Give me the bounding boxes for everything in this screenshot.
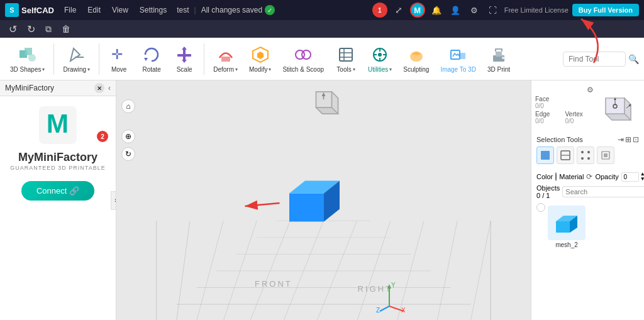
svg-text:M: M xyxy=(47,109,69,138)
material-icon: ⟳ xyxy=(586,172,592,181)
object-radio[interactable] xyxy=(536,203,545,212)
tool-drawing[interactable]: Drawing ▾ xyxy=(58,40,95,78)
objects-search-input[interactable] xyxy=(562,186,644,197)
object-thumbnail xyxy=(548,206,586,240)
right-icons: 1 ⤢ M 🔔 👤 ⚙ ⛶ Free Limited License Buy F… xyxy=(372,3,639,18)
nav-cube-right-panel[interactable] xyxy=(596,86,640,131)
svg-rect-15 xyxy=(340,48,352,61)
buy-full-version-button[interactable]: Buy Full Version xyxy=(572,4,639,16)
svg-marker-54 xyxy=(289,193,324,221)
menu-edit[interactable]: Edit xyxy=(82,4,106,16)
svg-point-2 xyxy=(28,54,36,62)
tool-tools[interactable]: Tools ▾ xyxy=(330,40,362,78)
all-select-button[interactable] xyxy=(597,146,614,164)
svg-point-79 xyxy=(581,157,584,160)
mmf-logo: M xyxy=(39,106,77,146)
opacity-control: ▲ ▼ xyxy=(621,172,644,182)
svg-rect-25 xyxy=(496,52,502,57)
svg-text:Z: Z xyxy=(376,307,380,312)
mmf-connect-button[interactable]: Connect 🔗 xyxy=(21,181,94,201)
color-material-row: Color Material ⟳ Opacity ▲ ▼ xyxy=(534,170,641,183)
panel-close-button[interactable]: ✕ xyxy=(94,83,104,93)
color-picker[interactable] xyxy=(555,172,557,181)
tool-3d-print[interactable]: 3D Print xyxy=(482,40,515,78)
svg-text:X: X xyxy=(401,307,405,312)
rotate-icon xyxy=(142,45,162,65)
sel-icon-1[interactable]: ⇥ xyxy=(618,135,624,144)
save-check-icon: ✓ xyxy=(265,5,275,15)
svg-line-60 xyxy=(380,306,389,311)
selection-tools-header: Selection Tools ⇥ ⊞ ⊡ xyxy=(534,134,641,145)
svg-rect-23 xyxy=(459,53,465,59)
sel-icon-3[interactable]: ⊡ xyxy=(633,135,639,144)
tool-stitch-scoop[interactable]: Stitch & Scoop xyxy=(277,40,329,78)
left-panel-header: MyMiniFactory ✕ ‹ xyxy=(0,80,116,96)
modify-icon xyxy=(250,45,270,65)
user-icon[interactable]: 👤 xyxy=(448,3,463,18)
notification-badge[interactable]: 1 xyxy=(372,3,387,18)
settings-icon[interactable]: ⚙ xyxy=(467,3,482,18)
svg-marker-82 xyxy=(556,221,570,233)
main-layout: MyMiniFactory ✕ ‹ M MyMiniFactory GUARAN… xyxy=(0,80,644,320)
panel-collapse-arrow[interactable]: › xyxy=(111,191,116,210)
bell-icon[interactable]: 🔔 xyxy=(429,3,444,18)
share-icon[interactable]: ⤢ xyxy=(391,3,406,18)
face-section: Face 0/0 xyxy=(535,96,594,109)
tool-scale[interactable]: Scale xyxy=(169,40,200,78)
tool-utilities[interactable]: Utilities ▾ xyxy=(363,40,397,78)
tool-sculpting[interactable]: Sculpting xyxy=(398,40,434,78)
svg-rect-74 xyxy=(541,151,550,160)
deform-icon xyxy=(216,45,236,65)
menu-file[interactable]: File xyxy=(59,4,81,16)
find-tool-input[interactable] xyxy=(563,52,626,67)
svg-marker-12 xyxy=(257,52,264,59)
objects-section: Objects 0 / 1 🔍 ⚙ mesh_2 xyxy=(534,183,641,253)
sel-icon-2[interactable]: ⊞ xyxy=(625,135,631,144)
axis-indicator: Y Z X xyxy=(374,281,405,312)
opacity-input[interactable] xyxy=(621,172,639,182)
redo-button[interactable]: ↻ xyxy=(23,22,39,36)
app-name: SelfCAD xyxy=(21,6,54,15)
svg-point-77 xyxy=(581,151,584,153)
menu-view[interactable]: View xyxy=(107,4,133,16)
tool-modify[interactable]: Modify ▾ xyxy=(244,40,276,78)
svg-text:Y: Y xyxy=(391,282,396,289)
save-status: All changes saved ✓ xyxy=(201,5,275,15)
svg-rect-1 xyxy=(25,48,32,55)
svg-marker-5 xyxy=(144,58,148,61)
free-license-label: Free Limited License xyxy=(504,6,569,14)
settings-gear-icon[interactable]: ⚙ xyxy=(587,86,594,94)
svg-text:✛: ✛ xyxy=(111,47,123,62)
face-select-button[interactable] xyxy=(536,146,554,164)
undo-button[interactable]: ↺ xyxy=(5,22,21,36)
vertex-select-button[interactable] xyxy=(577,146,594,164)
filename: test xyxy=(177,6,189,14)
tool-deform[interactable]: Deform ▾ xyxy=(208,40,243,78)
tool-image-to-3d[interactable]: Image To 3D xyxy=(435,40,481,78)
opacity-down[interactable]: ▼ xyxy=(640,177,644,182)
menu-settings[interactable]: Settings xyxy=(135,4,172,16)
menu-bar: File Edit View Settings xyxy=(59,4,172,16)
svg-marker-9 xyxy=(182,60,187,63)
duplicate-button[interactable]: ⧉ xyxy=(42,23,55,36)
svg-line-43 xyxy=(177,221,190,320)
svg-rect-10 xyxy=(221,57,230,62)
viewport[interactable]: ⌂ ⊕ ↻ xyxy=(116,80,531,320)
svg-point-26 xyxy=(502,57,504,59)
delete-button[interactable]: 🗑 xyxy=(58,23,74,35)
svg-line-52 xyxy=(470,221,491,320)
svg-point-78 xyxy=(587,151,590,153)
edge-select-button[interactable] xyxy=(557,146,574,164)
list-item[interactable]: mesh_2 xyxy=(545,203,588,251)
tool-rotate[interactable]: Rotate xyxy=(136,40,167,78)
selection-tools-row xyxy=(534,145,641,165)
tool-3d-shapes[interactable]: 3D Shapes ▾ xyxy=(5,40,50,78)
secondary-toolbar: ↺ ↻ ⧉ 🗑 xyxy=(0,20,644,38)
panel-collapse-button[interactable]: ‹ xyxy=(108,84,111,92)
mmf-name: MyMiniFactory xyxy=(18,151,97,165)
tool-move[interactable]: ✛ Move xyxy=(103,40,135,78)
fev-section: ⚙ Face 0/0 Edge 0/0 Vertex 0/0 xyxy=(534,83,641,134)
fullscreen-icon[interactable]: ⛶ xyxy=(486,3,501,18)
right-panel: ⚙ Face 0/0 Edge 0/0 Vertex 0/0 xyxy=(531,80,644,320)
profile-icon[interactable]: M xyxy=(410,3,425,18)
